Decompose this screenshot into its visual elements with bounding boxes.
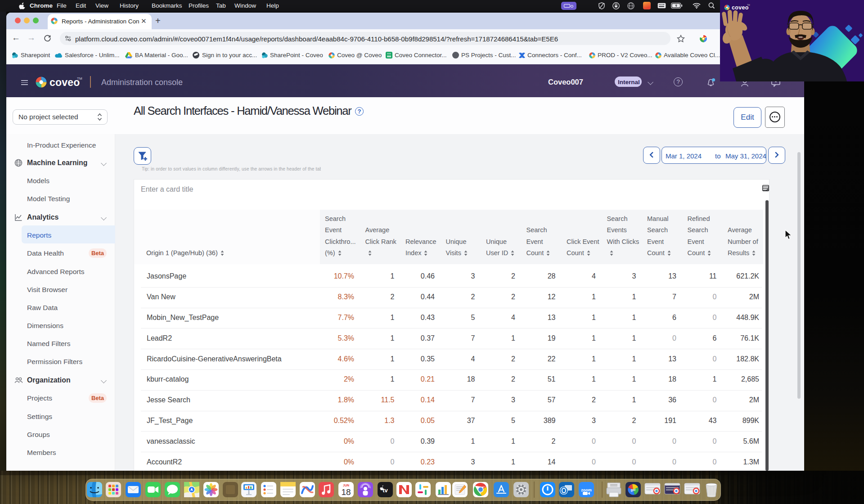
svg-text:coveo: coveo [732, 4, 749, 11]
svg-text:JUN: JUN [343, 484, 349, 487]
svg-text:TM: TM [747, 4, 750, 6]
svg-text:18: 18 [341, 487, 351, 497]
svg-text:tv: tv [382, 487, 388, 494]
svg-text:go!: go! [631, 488, 636, 492]
svg-text:zoom: zoom [581, 488, 592, 492]
